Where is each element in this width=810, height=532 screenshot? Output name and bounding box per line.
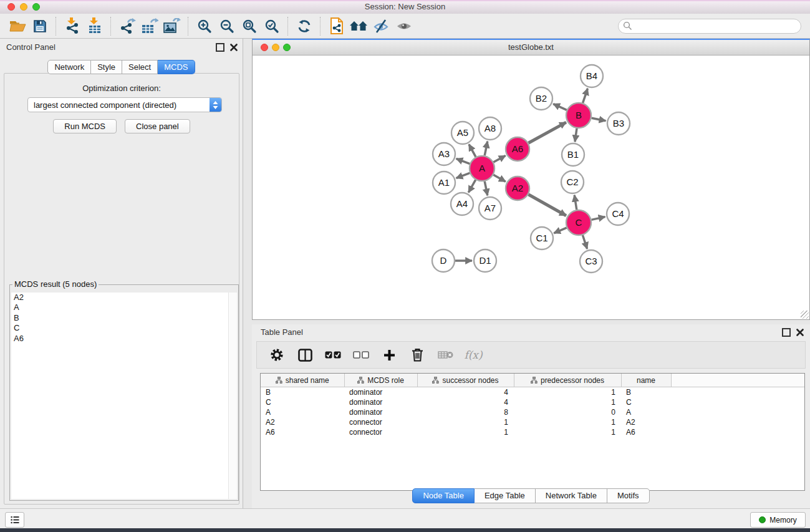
result-item-a6[interactable]: A6 [11, 334, 237, 344]
network-canvas[interactable]: B4B2BB3A8A5A6A3B1AA1C2A2A4A7C4CC1C3DD1 [253, 56, 809, 319]
graph-edge-A6-B[interactable] [529, 122, 566, 143]
graph-edge-A-A7[interactable] [485, 181, 488, 196]
graph-node-C3[interactable]: C3 [580, 250, 602, 273]
import-network-from-file-button[interactable] [61, 16, 84, 37]
cell-MCDS-role[interactable]: dominator [344, 387, 417, 398]
result-item-a[interactable]: A [11, 302, 237, 312]
graph-node-B3[interactable]: B3 [607, 112, 630, 135]
cell-successor-nodes[interactable]: 4 [417, 387, 514, 398]
graph-node-A[interactable]: A [470, 156, 494, 181]
export-network-button[interactable] [116, 16, 138, 37]
cell-successor-nodes[interactable]: 8 [417, 407, 514, 417]
table-tab-node-table[interactable]: Node Table [412, 488, 475, 503]
table-tab-edge-table[interactable]: Edge Table [475, 488, 536, 503]
graph-edge-C-C2[interactable] [574, 195, 577, 210]
cell-MCDS-role[interactable]: dominator [344, 407, 417, 417]
result-item-a2[interactable]: A2 [11, 293, 237, 302]
graph-edge-B-B3[interactable] [592, 118, 606, 121]
close-panel-icon[interactable] [230, 44, 238, 51]
graph-edge-C-C4[interactable] [592, 217, 605, 220]
graph-node-C1[interactable]: C1 [531, 227, 553, 249]
close-table-panel-icon[interactable] [796, 329, 804, 336]
run-mcds-button[interactable]: Run MCDS [53, 119, 117, 133]
graph-edge-B-B4[interactable] [583, 89, 588, 103]
graph-edge-A-A8[interactable] [485, 142, 488, 156]
network-window-titlebar[interactable]: testGlobe.txt [253, 40, 809, 56]
cell-MCDS-role[interactable]: dominator [344, 397, 417, 407]
network-file-button[interactable] [325, 16, 348, 37]
graph-edge-A-A4[interactable] [468, 180, 475, 192]
import-table-from-file-button[interactable] [84, 16, 106, 37]
memory-button[interactable]: Memory [750, 512, 806, 528]
graph-node-C2[interactable]: C2 [561, 171, 584, 193]
zoom-in-button[interactable] [193, 16, 216, 37]
cell-name[interactable]: B [621, 387, 671, 398]
cell-predecessor-nodes[interactable]: 1 [514, 397, 621, 407]
function-builder-button[interactable]: f(x) [464, 346, 483, 364]
graph-edge-C-C1[interactable] [554, 228, 566, 233]
unselect-all-button[interactable] [352, 346, 370, 364]
zoom-fit-button[interactable] [238, 16, 261, 37]
column-header-predecessor-nodes[interactable]: predecessor nodes [514, 374, 621, 387]
cell-predecessor-nodes[interactable]: 0 [514, 407, 621, 417]
graph-edge-A-A1[interactable] [456, 173, 470, 178]
graph-node-A1[interactable]: A1 [433, 172, 455, 194]
graph-edge-A-A3[interactable] [456, 158, 470, 163]
graph-edge-B-B1[interactable] [575, 128, 577, 142]
task-history-button[interactable] [5, 512, 24, 528]
graph-node-A5[interactable]: A5 [451, 122, 474, 144]
cell-MCDS-role[interactable]: connector [344, 427, 417, 437]
control-tab-style[interactable]: Style [91, 60, 122, 74]
cell-name[interactable]: A [621, 407, 671, 417]
graph-node-A7[interactable]: A7 [479, 197, 501, 220]
cell-name[interactable]: A2 [621, 417, 671, 427]
export-table-button[interactable] [138, 16, 161, 37]
zoom-out-button[interactable] [216, 16, 238, 37]
welcome-screen-button[interactable] [348, 16, 370, 37]
cell-successor-nodes[interactable]: 1 [417, 427, 514, 437]
window-resize-grip[interactable] [801, 311, 809, 319]
cell-shared-name[interactable]: A6 [261, 427, 344, 437]
graph-node-A4[interactable]: A4 [451, 193, 473, 215]
criterion-select[interactable]: largest connected component (directed) [27, 97, 222, 112]
column-header-shared-name[interactable]: shared name [261, 374, 344, 387]
delete-column-button[interactable] [408, 346, 427, 364]
search-field[interactable] [618, 19, 801, 34]
graph-node-C4[interactable]: C4 [607, 203, 629, 225]
toggle-column-view-button[interactable] [296, 346, 314, 364]
table-tab-motifs[interactable]: Motifs [607, 488, 650, 503]
graph-node-C[interactable]: C [566, 210, 591, 235]
table-tab-network-table[interactable]: Network Table [536, 488, 607, 503]
result-list-scrollbar[interactable] [228, 293, 237, 499]
cell-successor-nodes[interactable]: 4 [417, 397, 514, 407]
control-tab-network[interactable]: Network [47, 60, 91, 74]
table-row[interactable]: A2connector11A2 [261, 417, 804, 427]
hide-graphics-details-button[interactable] [370, 16, 393, 37]
search-input[interactable] [632, 21, 796, 31]
graph-edge-B-B2[interactable] [553, 104, 567, 110]
graph-node-A2[interactable]: A2 [506, 177, 529, 200]
float-panel-icon[interactable] [216, 43, 224, 52]
result-item-c[interactable]: C [11, 323, 237, 333]
refresh-network-view-button[interactable] [293, 16, 316, 37]
graph-edge-A-A5[interactable] [469, 144, 476, 157]
show-graphics-details-button[interactable] [393, 16, 415, 37]
cell-name[interactable]: A6 [621, 427, 671, 437]
table-row[interactable]: A6connector11A6 [261, 427, 804, 437]
result-item-b[interactable]: B [11, 313, 237, 323]
cell-shared-name[interactable]: B [261, 387, 344, 398]
graph-node-B4[interactable]: B4 [581, 65, 603, 87]
open-session-button[interactable] [6, 16, 29, 37]
table-row[interactable]: Bdominator41B [261, 387, 804, 398]
graph-node-B2[interactable]: B2 [530, 87, 552, 110]
cell-predecessor-nodes[interactable]: 1 [514, 387, 621, 398]
graph-edge-A-A2[interactable] [493, 175, 506, 181]
network-graph[interactable]: B4B2BB3A8A5A6A3B1AA1C2A2A4A7C4CC1C3DD1 [253, 56, 809, 320]
table-settings-button[interactable] [268, 346, 286, 364]
cell-predecessor-nodes[interactable]: 1 [514, 417, 621, 427]
cell-predecessor-nodes[interactable]: 1 [514, 427, 621, 437]
column-header-MCDS-role[interactable]: MCDS role [344, 374, 417, 387]
select-all-button[interactable] [324, 346, 342, 364]
control-tab-select[interactable]: Select [122, 60, 158, 74]
cell-name[interactable]: C [621, 397, 671, 407]
